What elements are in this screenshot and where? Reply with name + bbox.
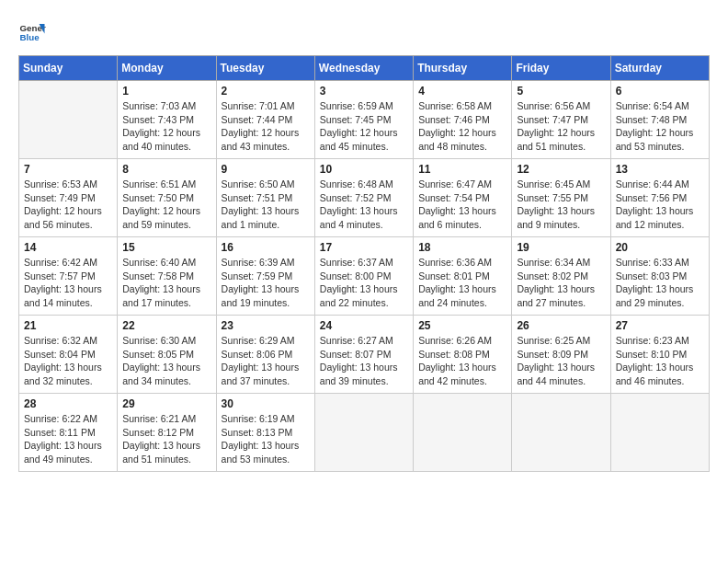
day-number: 21 bbox=[24, 319, 112, 332]
day-info: Sunrise: 7:01 AMSunset: 7:44 PMDaylight:… bbox=[222, 99, 310, 154]
calendar-cell: 6Sunrise: 6:54 AMSunset: 7:48 PMDaylight… bbox=[610, 81, 709, 159]
calendar-cell: 16Sunrise: 6:39 AMSunset: 7:59 PMDayligh… bbox=[216, 237, 314, 316]
day-number: 27 bbox=[616, 319, 704, 332]
day-number: 11 bbox=[418, 163, 506, 176]
day-number: 30 bbox=[222, 397, 310, 410]
day-number: 8 bbox=[122, 163, 210, 176]
day-info: Sunrise: 6:33 AMSunset: 8:03 PMDaylight:… bbox=[616, 256, 704, 310]
day-info: Sunrise: 6:37 AMSunset: 8:00 PMDaylight:… bbox=[320, 256, 408, 310]
day-number: 23 bbox=[222, 319, 310, 332]
calendar-cell: 2Sunrise: 7:01 AMSunset: 7:44 PMDaylight… bbox=[216, 81, 314, 159]
day-number: 4 bbox=[418, 85, 506, 98]
calendar-cell: 25Sunrise: 6:26 AMSunset: 8:08 PMDayligh… bbox=[414, 316, 512, 394]
day-number: 19 bbox=[517, 241, 605, 254]
day-number: 15 bbox=[122, 241, 210, 254]
week-row-3: 14Sunrise: 6:42 AMSunset: 7:57 PMDayligh… bbox=[19, 237, 710, 316]
calendar-cell: 10Sunrise: 6:48 AMSunset: 7:52 PMDayligh… bbox=[314, 159, 413, 237]
day-number: 7 bbox=[24, 163, 112, 176]
calendar-cell: 21Sunrise: 6:32 AMSunset: 8:04 PMDayligh… bbox=[19, 316, 118, 394]
day-info: Sunrise: 6:59 AMSunset: 7:45 PMDaylight:… bbox=[320, 99, 408, 154]
day-info: Sunrise: 6:50 AMSunset: 7:51 PMDaylight:… bbox=[222, 178, 310, 232]
day-info: Sunrise: 6:34 AMSunset: 8:02 PMDaylight:… bbox=[517, 256, 605, 310]
week-row-5: 28Sunrise: 6:22 AMSunset: 8:11 PMDayligh… bbox=[19, 394, 710, 472]
day-info: Sunrise: 6:53 AMSunset: 7:49 PMDaylight:… bbox=[24, 178, 112, 232]
day-number: 2 bbox=[222, 85, 310, 98]
day-number: 6 bbox=[616, 85, 704, 98]
day-number: 16 bbox=[222, 241, 310, 254]
calendar-header-row: SundayMondayTuesdayWednesdayThursdayFrid… bbox=[19, 56, 710, 81]
calendar-cell: 3Sunrise: 6:59 AMSunset: 7:45 PMDaylight… bbox=[314, 81, 413, 159]
calendar-cell: 24Sunrise: 6:27 AMSunset: 8:07 PMDayligh… bbox=[314, 316, 413, 394]
calendar-cell: 9Sunrise: 6:50 AMSunset: 7:51 PMDaylight… bbox=[216, 159, 314, 237]
day-info: Sunrise: 6:36 AMSunset: 8:01 PMDaylight:… bbox=[418, 256, 506, 310]
day-info: Sunrise: 6:19 AMSunset: 8:13 PMDaylight:… bbox=[222, 412, 310, 466]
day-header-thursday: Thursday bbox=[414, 56, 512, 81]
day-info: Sunrise: 6:54 AMSunset: 7:48 PMDaylight:… bbox=[616, 99, 704, 154]
day-info: Sunrise: 6:40 AMSunset: 7:58 PMDaylight:… bbox=[122, 256, 210, 310]
day-number: 12 bbox=[517, 163, 605, 176]
calendar-table: SundayMondayTuesdayWednesdayThursdayFrid… bbox=[18, 55, 710, 472]
day-number: 10 bbox=[320, 163, 408, 176]
day-number: 9 bbox=[222, 163, 310, 176]
calendar-cell: 27Sunrise: 6:23 AMSunset: 8:10 PMDayligh… bbox=[610, 316, 709, 394]
calendar-cell: 19Sunrise: 6:34 AMSunset: 8:02 PMDayligh… bbox=[512, 237, 610, 316]
day-number: 13 bbox=[616, 163, 704, 176]
week-row-2: 7Sunrise: 6:53 AMSunset: 7:49 PMDaylight… bbox=[19, 159, 710, 237]
day-header-friday: Friday bbox=[512, 56, 610, 81]
day-number: 24 bbox=[320, 319, 408, 332]
day-info: Sunrise: 6:47 AMSunset: 7:54 PMDaylight:… bbox=[418, 178, 506, 232]
calendar-cell bbox=[610, 394, 709, 472]
day-info: Sunrise: 6:51 AMSunset: 7:50 PMDaylight:… bbox=[122, 178, 210, 232]
day-number: 29 bbox=[122, 397, 210, 410]
day-number: 26 bbox=[517, 319, 605, 332]
day-info: Sunrise: 6:21 AMSunset: 8:12 PMDaylight:… bbox=[122, 412, 210, 466]
calendar-cell: 17Sunrise: 6:37 AMSunset: 8:00 PMDayligh… bbox=[314, 237, 413, 316]
calendar-cell: 8Sunrise: 6:51 AMSunset: 7:50 PMDaylight… bbox=[118, 159, 216, 237]
day-info: Sunrise: 6:26 AMSunset: 8:08 PMDaylight:… bbox=[418, 334, 506, 388]
week-row-4: 21Sunrise: 6:32 AMSunset: 8:04 PMDayligh… bbox=[19, 316, 710, 394]
day-info: Sunrise: 6:39 AMSunset: 7:59 PMDaylight:… bbox=[222, 256, 310, 310]
calendar-cell: 20Sunrise: 6:33 AMSunset: 8:03 PMDayligh… bbox=[610, 237, 709, 316]
logo: General Blue bbox=[18, 18, 46, 46]
day-info: Sunrise: 6:44 AMSunset: 7:56 PMDaylight:… bbox=[616, 178, 704, 232]
calendar-cell: 11Sunrise: 6:47 AMSunset: 7:54 PMDayligh… bbox=[414, 159, 512, 237]
day-info: Sunrise: 6:30 AMSunset: 8:05 PMDaylight:… bbox=[122, 334, 210, 388]
day-info: Sunrise: 7:03 AMSunset: 7:43 PMDaylight:… bbox=[122, 99, 210, 154]
calendar-cell bbox=[414, 394, 512, 472]
calendar-cell: 14Sunrise: 6:42 AMSunset: 7:57 PMDayligh… bbox=[19, 237, 118, 316]
day-info: Sunrise: 6:27 AMSunset: 8:07 PMDaylight:… bbox=[320, 334, 408, 388]
day-info: Sunrise: 6:23 AMSunset: 8:10 PMDaylight:… bbox=[616, 334, 704, 388]
day-number: 17 bbox=[320, 241, 408, 254]
calendar-cell: 13Sunrise: 6:44 AMSunset: 7:56 PMDayligh… bbox=[610, 159, 709, 237]
calendar-cell: 4Sunrise: 6:58 AMSunset: 7:46 PMDaylight… bbox=[414, 81, 512, 159]
calendar-cell bbox=[19, 81, 118, 159]
day-info: Sunrise: 6:42 AMSunset: 7:57 PMDaylight:… bbox=[24, 256, 112, 310]
page-header: General Blue bbox=[18, 18, 710, 46]
svg-text:Blue: Blue bbox=[20, 32, 40, 42]
calendar-cell: 22Sunrise: 6:30 AMSunset: 8:05 PMDayligh… bbox=[118, 316, 216, 394]
day-number: 20 bbox=[616, 241, 704, 254]
day-info: Sunrise: 6:48 AMSunset: 7:52 PMDaylight:… bbox=[320, 178, 408, 232]
calendar-cell bbox=[314, 394, 413, 472]
day-info: Sunrise: 6:45 AMSunset: 7:55 PMDaylight:… bbox=[517, 178, 605, 232]
calendar-cell: 1Sunrise: 7:03 AMSunset: 7:43 PMDaylight… bbox=[118, 81, 216, 159]
day-number: 1 bbox=[122, 85, 210, 98]
calendar-cell: 29Sunrise: 6:21 AMSunset: 8:12 PMDayligh… bbox=[118, 394, 216, 472]
day-info: Sunrise: 6:32 AMSunset: 8:04 PMDaylight:… bbox=[24, 334, 112, 388]
day-number: 18 bbox=[418, 241, 506, 254]
day-info: Sunrise: 6:29 AMSunset: 8:06 PMDaylight:… bbox=[222, 334, 310, 388]
day-number: 28 bbox=[24, 397, 112, 410]
calendar-cell: 30Sunrise: 6:19 AMSunset: 8:13 PMDayligh… bbox=[216, 394, 314, 472]
day-number: 25 bbox=[418, 319, 506, 332]
day-info: Sunrise: 6:56 AMSunset: 7:47 PMDaylight:… bbox=[517, 99, 605, 154]
day-header-monday: Monday bbox=[118, 56, 216, 81]
calendar-cell: 23Sunrise: 6:29 AMSunset: 8:06 PMDayligh… bbox=[216, 316, 314, 394]
day-number: 5 bbox=[517, 85, 605, 98]
calendar-cell: 28Sunrise: 6:22 AMSunset: 8:11 PMDayligh… bbox=[19, 394, 118, 472]
calendar-cell: 15Sunrise: 6:40 AMSunset: 7:58 PMDayligh… bbox=[118, 237, 216, 316]
calendar-cell: 18Sunrise: 6:36 AMSunset: 8:01 PMDayligh… bbox=[414, 237, 512, 316]
day-number: 3 bbox=[320, 85, 408, 98]
day-info: Sunrise: 6:22 AMSunset: 8:11 PMDaylight:… bbox=[24, 412, 112, 466]
day-number: 14 bbox=[24, 241, 112, 254]
day-header-wednesday: Wednesday bbox=[314, 56, 413, 81]
